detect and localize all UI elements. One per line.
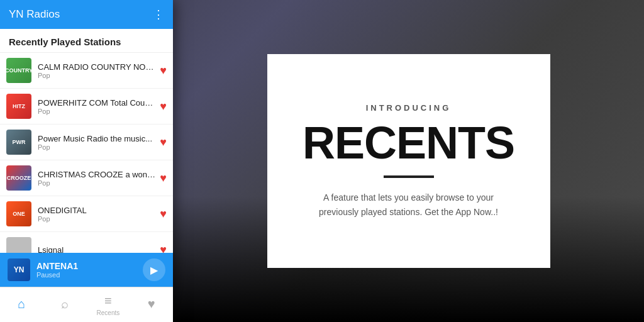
home-nav[interactable]: ⌂: [0, 287, 43, 322]
favorites-nav-icon: ♥: [148, 297, 155, 311]
search-nav-icon: ⌕: [61, 297, 69, 311]
favorite-icon[interactable]: ♥: [160, 100, 167, 113]
section-title: Recently Played Stations: [0, 29, 173, 53]
favorite-icon[interactable]: ♥: [160, 136, 167, 149]
station-genre: Pop: [38, 179, 156, 187]
bottom-nav: ⌂ ⌕ ≡ Recents ♥: [0, 287, 173, 322]
station-genre: Pop: [38, 143, 156, 151]
station-item[interactable]: HITZ POWERHITZ COM Total Count... Pop ♥: [0, 89, 173, 125]
intro-description: A feature that lets you easily browse to…: [314, 191, 503, 219]
station-info: Lsignal: [38, 245, 156, 253]
station-name: CALM RADIO COUNTRY NOW...: [38, 62, 156, 72]
now-playing-bar[interactable]: YN ANTENA1 Paused ▶: [0, 253, 173, 287]
station-info: POWERHITZ COM Total Count... Pop: [38, 98, 156, 115]
app-header: YN Radios ⋮: [0, 0, 173, 29]
station-name: Lsignal: [38, 245, 156, 253]
app-panel: YN Radios ⋮ Recently Played Stations COU…: [0, 0, 173, 322]
now-playing-name: ANTENA1: [36, 261, 143, 271]
favorite-icon[interactable]: ♥: [160, 64, 167, 77]
station-name: CHRISTMAS CROOZE a wond...: [38, 170, 156, 179]
favorite-icon[interactable]: ♥: [160, 243, 167, 253]
home-nav-icon: ⌂: [18, 297, 25, 311]
intro-divider: [384, 175, 434, 178]
station-item[interactable]: Lsignal ♥: [0, 232, 173, 253]
play-button[interactable]: ▶: [143, 258, 165, 281]
favorite-icon[interactable]: ♥: [160, 172, 167, 185]
station-thumb: CROOZE: [6, 165, 31, 191]
favorites-nav[interactable]: ♥: [130, 287, 173, 322]
station-thumb: COUNTRY: [6, 58, 31, 83]
station-info: Power Music Radio the music... Pop: [38, 134, 156, 151]
now-playing-info: ANTENA1 Paused: [36, 261, 143, 279]
station-list: COUNTRY CALM RADIO COUNTRY NOW... Pop ♥ …: [0, 53, 173, 253]
station-name: POWERHITZ COM Total Count...: [38, 98, 156, 108]
station-thumb: ONE: [6, 201, 31, 226]
station-item[interactable]: CROOZE CHRISTMAS CROOZE a wond... Pop ♥: [0, 160, 173, 196]
station-thumb: PWR: [6, 130, 31, 155]
station-genre: Pop: [38, 72, 156, 79]
station-info: CHRISTMAS CROOZE a wond... Pop: [38, 170, 156, 187]
station-genre: Pop: [38, 215, 156, 223]
intro-title: RECENTS: [303, 120, 514, 165]
now-playing-thumb: YN: [8, 258, 30, 281]
station-item[interactable]: ONE ONEDIGITAL Pop ♥: [0, 196, 173, 232]
station-thumb: [6, 237, 31, 253]
station-name: ONEDIGITAL: [38, 206, 156, 215]
recents-nav-label: Recents: [97, 309, 120, 316]
station-info: ONEDIGITAL Pop: [38, 206, 156, 223]
intro-panel: INTRODUCING RECENTS A feature that lets …: [173, 0, 644, 322]
intro-label: INTRODUCING: [366, 103, 452, 113]
now-playing-status: Paused: [36, 271, 143, 279]
favorite-icon[interactable]: ♥: [160, 208, 167, 221]
station-thumb: HITZ: [6, 94, 31, 119]
search-nav[interactable]: ⌕: [43, 287, 87, 322]
recents-nav-icon: ≡: [104, 294, 112, 308]
menu-icon[interactable]: ⋮: [153, 8, 164, 21]
station-item[interactable]: PWR Power Music Radio the music... Pop ♥: [0, 125, 173, 160]
app-title: YN Radios: [9, 8, 60, 21]
station-item[interactable]: COUNTRY CALM RADIO COUNTRY NOW... Pop ♥: [0, 53, 173, 89]
station-genre: Pop: [38, 108, 156, 115]
intro-card: INTRODUCING RECENTS A feature that lets …: [267, 54, 550, 268]
station-info: CALM RADIO COUNTRY NOW... Pop: [38, 62, 156, 79]
recents-nav[interactable]: ≡ Recents: [87, 287, 130, 322]
station-name: Power Music Radio the music...: [38, 134, 156, 143]
